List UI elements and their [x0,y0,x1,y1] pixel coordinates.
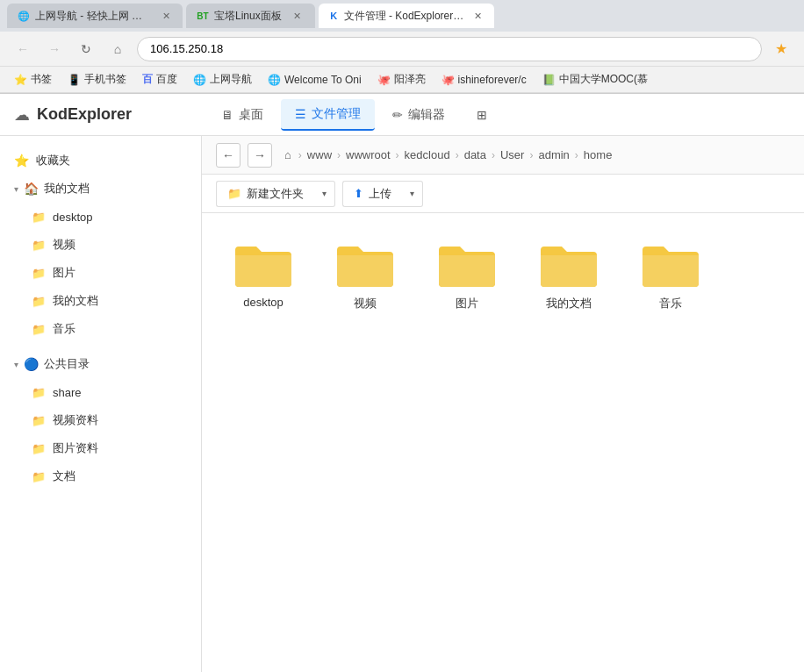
breadcrumb-home[interactable]: home [580,147,616,163]
sidebar-docs-label: 文档 [53,468,75,484]
public-icon: 🔵 [24,357,39,371]
file-label-mydoc: 我的文档 [546,296,592,311]
bookmark-ishine[interactable]: 🐙 ishineforever/c [434,70,534,89]
star-icon: ⭐ [14,154,29,168]
path-forward-button[interactable]: → [248,143,272,168]
upload-button[interactable]: ⬆ 上传 [342,181,402,207]
breadcrumb-home[interactable]: ⌂ [279,147,297,163]
breadcrumb-data[interactable]: data [461,147,490,163]
file-label-music: 音乐 [659,296,682,311]
nav-files[interactable]: ☰ 文件管理 [281,99,375,131]
bookmark-mobile[interactable]: 📱 手机书签 [61,70,133,89]
nav-apps[interactable]: ⊞ [463,99,501,131]
sidebar-item-mydoc[interactable]: 📁 我的文档 [18,287,201,315]
folder-icon: 📁 [32,239,46,252]
home-icon: 🏠 [24,182,39,196]
folder-icon-desktop [232,238,295,290]
bookmark-baidu[interactable]: 百 百度 [135,70,184,89]
forward-button[interactable]: → [42,37,67,61]
tab-1-close[interactable]: ✕ [161,9,172,23]
new-folder-label: 新建文件夹 [247,186,304,202]
bookmark-mobile-icon: 📱 [68,74,81,86]
sidebar-desktop-label: desktop [53,211,93,224]
bookmark-nav-label: 上网导航 [210,72,252,87]
breadcrumb-www[interactable]: www [304,147,335,163]
sidebar-item-desktop[interactable]: 📁 desktop [18,203,201,231]
nav-desktop-label: 桌面 [239,107,263,123]
sidebar-favorites-label: 收藏夹 [36,153,70,168]
nav-editor-label: 编辑器 [408,107,445,123]
breadcrumb-admin[interactable]: admin [535,147,572,163]
file-item-mydoc[interactable]: 我的文档 [525,231,613,318]
bookmark-baidu-icon: 百 [142,72,153,87]
sidebar-item-music[interactable]: 📁 音乐 [18,315,201,343]
bookmarks-bar: ⭐ 书签 📱 手机书签 百 百度 🌐 上网导航 🌐 Welcome To Oni… [0,67,804,93]
address-input[interactable] [137,37,762,61]
breadcrumb-wwwroot[interactable]: wwwroot [342,147,394,163]
sidebar-item-video[interactable]: 📁 视频 [18,231,201,259]
tab-3-label: 文件管理 - KodExplorer - Powere [344,9,464,24]
breadcrumb-user[interactable]: User [497,147,528,163]
tab-bar: 🌐 上网导航 - 轻快上网 从这里开始 ✕ BT 宝塔Linux面板 ✕ K 文… [0,0,804,32]
sidebar-item-docs[interactable]: 📁 文档 [18,462,201,490]
sidebar-item-picture[interactable]: 📁 图片 [18,259,201,287]
sidebar-mydocs-label: 我的文档 [44,181,90,197]
tab-2[interactable]: BT 宝塔Linux面板 ✕ [186,4,315,28]
sidebar-mydoc-label: 我的文档 [53,293,98,309]
sidebar-item-pic-res[interactable]: 📁 图片资料 [18,434,201,462]
tab-1[interactable]: 🌐 上网导航 - 轻快上网 从这里开始 ✕ [7,4,183,28]
sidebar-mydocs-header[interactable]: ▾ 🏠 我的文档 [0,175,201,203]
bookmark-star[interactable]: ★ [769,37,793,61]
address-bar: ← → ↻ ⌂ ★ [0,32,804,67]
sidebar-item-share[interactable]: 📁 share [18,378,201,406]
upload-group: ⬆ 上传 ▾ [342,181,423,207]
tab-1-favicon: 🌐 [18,10,30,22]
file-item-desktop[interactable]: desktop [219,231,307,318]
tab-2-favicon: BT [197,10,209,22]
nav-editor[interactable]: ✏ 编辑器 [378,99,459,131]
nav-desktop[interactable]: 🖥 桌面 [207,99,277,131]
bookmark-yangze-label: 阳泽亮 [394,72,426,87]
sidebar-video-res-label: 视频资料 [53,412,98,428]
bookmark-mooc[interactable]: 📗 中国大学MOOC(慕 [535,70,655,89]
cloud-icon: ☁ [14,105,30,125]
upload-dropdown[interactable]: ▾ [402,181,423,207]
sidebar-item-video-res[interactable]: 📁 视频资料 [18,406,201,434]
tab-2-close[interactable]: ✕ [291,9,305,23]
tab-2-label: 宝塔Linux面板 [214,9,282,24]
new-folder-dropdown[interactable]: ▾ [314,181,335,207]
folder-icon-mydoc [537,238,600,290]
bookmark-oni-label: Welcome To Oni [284,74,362,86]
breadcrumb-sep-2: › [396,149,399,161]
sidebar-music-label: 音乐 [53,321,75,337]
sidebar-public-children: 📁 share 📁 视频资料 📁 图片资料 📁 文档 [0,378,201,490]
sidebar-item-favorites[interactable]: ⭐ 收藏夹 [0,147,201,175]
app-container: ☁ KodExplorer 🖥 桌面 ☰ 文件管理 ✏ 编辑器 ⊞ [0,94,804,672]
home-button[interactable]: ⌂ [105,37,130,61]
sidebar-public-header[interactable]: ▾ 🔵 公共目录 [0,350,201,378]
bookmark-nav[interactable]: 🌐 上网导航 [186,70,259,89]
file-label-picture: 图片 [456,296,478,311]
bookmark-yangze[interactable]: 🐙 阳泽亮 [370,70,433,89]
file-item-video[interactable]: 视频 [321,231,409,318]
file-item-music[interactable]: 音乐 [627,231,714,318]
folder-icon-picture [435,238,499,290]
new-folder-button[interactable]: 📁 新建文件夹 [216,181,314,207]
file-label-desktop: desktop [243,296,284,309]
file-item-picture[interactable]: 图片 [423,231,511,318]
tab-3[interactable]: K 文件管理 - KodExplorer - Powere ✕ [319,4,494,28]
bookmark-mobile-label: 手机书签 [84,72,126,87]
bookmark-shujian[interactable]: ⭐ 书签 [7,70,59,89]
bookmark-oni[interactable]: 🌐 Welcome To Oni [261,70,369,89]
action-toolbar: 📁 新建文件夹 ▾ ⬆ 上传 ▾ [202,175,804,213]
reload-button[interactable]: ↻ [74,37,98,61]
tab-3-close[interactable]: ✕ [472,9,483,23]
folder-icon-music [639,238,702,290]
path-back-button[interactable]: ← [216,143,240,168]
folder-icon: 📁 [32,386,46,399]
back-button[interactable]: ← [11,37,35,61]
file-toolbar: ← → ⌂ › www › wwwroot › kedcloud › data … [202,136,804,175]
editor-icon: ✏ [392,108,403,122]
breadcrumb-kedcloud[interactable]: kedcloud [401,147,454,163]
tab-1-label: 上网导航 - 轻快上网 从这里开始 [35,9,152,24]
